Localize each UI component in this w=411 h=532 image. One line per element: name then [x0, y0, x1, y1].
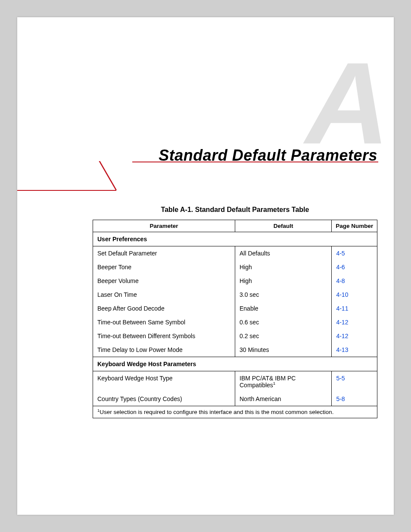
- parameters-table: Parameter Default Page Number User Prefe…: [93, 220, 377, 418]
- cell-parameter: Laser On Time: [93, 288, 235, 302]
- cell-default: High: [235, 260, 332, 274]
- cell-parameter: Beeper Volume: [93, 274, 235, 288]
- page-link[interactable]: 4-5: [336, 250, 345, 257]
- cell-parameter: Beeper Tone: [93, 260, 235, 274]
- cell-default: 0.6 sec: [235, 315, 332, 329]
- col-header-default: Default: [235, 220, 332, 232]
- cell-parameter: Keyboard Wedge Host Type: [93, 371, 235, 392]
- cell-parameter: Time Delay to Low Power Mode: [93, 343, 235, 357]
- appendix-letter: A: [305, 45, 389, 162]
- divider-line: [17, 190, 116, 191]
- table-row: Time-out Between Same Symbol 0.6 sec 4-1…: [93, 315, 377, 329]
- page-link[interactable]: 5-8: [336, 395, 345, 402]
- col-header-parameter: Parameter: [93, 220, 235, 232]
- page-link[interactable]: 4-11: [336, 305, 348, 312]
- cell-default: All Defaults: [235, 246, 332, 261]
- table-row: Set Default Parameter All Defaults 4-5: [93, 246, 377, 261]
- table-footnote: 1User selection is required to configure…: [93, 406, 377, 418]
- divider-line: [99, 161, 117, 190]
- page-link[interactable]: 4-12: [336, 319, 348, 326]
- table-row: Time Delay to Low Power Mode 30 Minutes …: [93, 343, 377, 357]
- section-heading: User Preferences: [93, 232, 377, 246]
- cell-default: IBM PC/AT& IBM PC Compatibles1: [235, 371, 332, 392]
- divider-line: [132, 162, 207, 162]
- cell-default: 30 Minutes: [235, 343, 332, 357]
- cell-default: Enable: [235, 302, 332, 315]
- table-row: Keyboard Wedge Host Type IBM PC/AT& IBM …: [93, 371, 377, 392]
- cell-parameter: Set Default Parameter: [93, 246, 235, 261]
- table-row: Time-out Between Different Symbols 0.2 s…: [93, 329, 377, 343]
- table-row: Beeper Tone High 4-6: [93, 260, 377, 274]
- cell-parameter: Beep After Good Decode: [93, 302, 235, 315]
- cell-default: North American: [235, 392, 332, 406]
- table-row: Beeper Volume High 4-8: [93, 274, 377, 288]
- page-link[interactable]: 4-13: [336, 346, 348, 353]
- page-link[interactable]: 4-6: [336, 264, 345, 271]
- cell-parameter: Time-out Between Same Symbol: [93, 315, 235, 329]
- page-link[interactable]: 5-5: [336, 375, 345, 382]
- table-row: Country Types (Country Codes) North Amer…: [93, 392, 377, 406]
- page-link[interactable]: 4-10: [336, 291, 348, 298]
- footnote-marker: 1: [273, 381, 275, 386]
- col-header-page: Page Number: [332, 220, 377, 232]
- table-row: Beep After Good Decode Enable 4-11: [93, 302, 377, 315]
- page-link[interactable]: 4-12: [336, 333, 348, 339]
- cell-default: High: [235, 274, 332, 288]
- cell-parameter: Country Types (Country Codes): [93, 392, 235, 406]
- table-caption: Table A-1. Standard Default Parameters T…: [93, 206, 377, 214]
- cell-default: 0.2 sec: [235, 329, 332, 343]
- table-row: Laser On Time 3.0 sec 4-10: [93, 288, 377, 302]
- section-heading: Keyboard Wedge Host Parameters: [93, 357, 377, 371]
- cell-default: 3.0 sec: [235, 288, 332, 302]
- divider-line: [207, 162, 378, 162]
- cell-parameter: Time-out Between Different Symbols: [93, 329, 235, 343]
- page-link[interactable]: 4-8: [336, 277, 345, 284]
